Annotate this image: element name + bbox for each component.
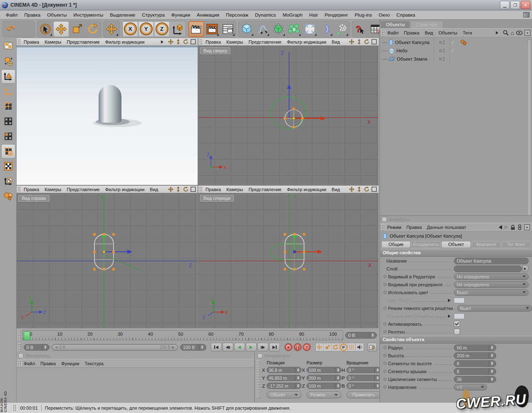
- tab-coordinates[interactable]: Координаты: [411, 241, 440, 248]
- vp-menu-display[interactable]: Представление: [67, 187, 99, 192]
- pan-view-icon[interactable]: [168, 39, 173, 44]
- render-visibility-dot[interactable]: [443, 43, 445, 44]
- front-view-canvas[interactable]: Y X Y: [198, 193, 379, 328]
- coordinates-grip[interactable]: [257, 360, 260, 398]
- polygons-mode-button[interactable]: [1, 129, 15, 143]
- window-layout-icon[interactable]: [523, 12, 530, 17]
- add-particles-button[interactable]: [334, 21, 349, 37]
- key-pla-button[interactable]: [348, 343, 356, 351]
- menu-item-functions[interactable]: Функции: [168, 12, 193, 17]
- size-y-field[interactable]: 200 m: [307, 375, 341, 381]
- undo-button[interactable]: ↶: [3, 21, 19, 37]
- play-button[interactable]: [246, 343, 257, 352]
- points-mode-button[interactable]: [1, 99, 15, 113]
- controls-grip[interactable]: [17, 343, 21, 351]
- phong-tag-icon[interactable]: [460, 39, 467, 46]
- menu-item-help[interactable]: Справка: [393, 12, 418, 17]
- edges-mode-button[interactable]: [1, 114, 15, 128]
- vp-menu-filter[interactable]: Фильтр индикации: [287, 39, 327, 44]
- attr-menu-edit[interactable]: Правка: [406, 225, 422, 230]
- viewport-grip[interactable]: [199, 39, 203, 45]
- add-modeling-button[interactable]: [286, 21, 302, 37]
- menu-overflow-icon[interactable]: [161, 40, 165, 44]
- perspective-canvas[interactable]: [17, 46, 198, 185]
- top-view-canvas[interactable]: Z X Z X Вид сверху: [198, 46, 379, 185]
- editor-visibility-dot[interactable]: [443, 49, 445, 50]
- vp-menu-cameras[interactable]: Камеры: [226, 39, 243, 44]
- menu-item-edit[interactable]: Правка: [21, 12, 44, 17]
- object-row-sky[interactable]: Небо ✓: [380, 47, 532, 55]
- activation-dot[interactable]: [439, 49, 442, 52]
- position-z-field[interactable]: -17.252 m: [267, 383, 302, 389]
- vp-menu-display[interactable]: Представление: [248, 39, 281, 44]
- vp-menu-view[interactable]: Вид: [332, 187, 340, 192]
- menu-item-render[interactable]: Рендеринг: [321, 12, 351, 17]
- menu-item-objects[interactable]: Объекты: [44, 12, 70, 17]
- layer-browse-button[interactable]: [522, 265, 529, 272]
- vp-menu-edit[interactable]: Правка: [205, 39, 221, 44]
- om-overflow-icon[interactable]: [496, 31, 500, 34]
- coordinate-system-button[interactable]: [170, 21, 186, 37]
- texture-mode-button[interactable]: [1, 159, 15, 173]
- object-row-capsule[interactable]: Объект Капсула ✓: [380, 38, 532, 47]
- rotate-tool-button[interactable]: [85, 21, 101, 37]
- play-backward-button[interactable]: [234, 343, 245, 352]
- object-axis-mode-button[interactable]: [1, 84, 15, 98]
- tab-basic[interactable]: Общие: [381, 241, 411, 248]
- maximize-view-icon[interactable]: [191, 187, 196, 192]
- wire-color-swatch[interactable]: [454, 313, 465, 319]
- enabled-check-icon[interactable]: ✓: [451, 48, 455, 54]
- next-key-button[interactable]: [257, 343, 268, 352]
- timeline-grip[interactable]: [17, 329, 21, 341]
- viewport-grip[interactable]: [17, 186, 21, 192]
- vp-menu-edit[interactable]: Правка: [24, 39, 39, 44]
- maximize-view-icon[interactable]: [371, 39, 377, 44]
- panel-checkbox[interactable]: [382, 217, 387, 222]
- pan-view-icon[interactable]: [168, 187, 173, 192]
- rotation-segments-field[interactable]: 36: [454, 376, 496, 383]
- use-world-system-button[interactable]: [1, 54, 15, 69]
- wire-color-mode-dropdown[interactable]: Выкл: [457, 305, 532, 312]
- position-y-field[interactable]: 45.853 m: [267, 375, 302, 381]
- start-frame-field[interactable]: 0 B: [24, 344, 50, 351]
- mat-menu-functions[interactable]: Функции: [61, 361, 79, 366]
- zoom-view-icon[interactable]: [176, 187, 181, 192]
- render-settings-button[interactable]: [220, 21, 236, 37]
- use-color-dropdown[interactable]: Выкл: [454, 289, 529, 296]
- tab-objects[interactable]: Объекты: [381, 21, 410, 28]
- mode-dropdown[interactable]: Объект: [267, 391, 302, 398]
- move-tool-button[interactable]: [53, 21, 69, 37]
- zoom-view-icon[interactable]: [176, 39, 181, 44]
- layer-field[interactable]: [454, 266, 522, 272]
- attr-menu-mode[interactable]: Режим: [387, 225, 401, 230]
- snap-settings-button[interactable]: [1, 189, 15, 203]
- close-button[interactable]: ✕: [521, 1, 530, 9]
- viewport-front[interactable]: Правка Камеры Представление Фильтр индик…: [198, 186, 379, 328]
- materials-empty-area[interactable]: [17, 368, 254, 401]
- rotation-h-field[interactable]: 0 °: [346, 367, 381, 373]
- om-menu-view[interactable]: Вид: [425, 30, 433, 35]
- render-region-button[interactable]: [204, 21, 220, 37]
- height-field[interactable]: 200 m: [454, 352, 496, 359]
- editor-visibility-dropdown[interactable]: Не определено: [454, 273, 529, 280]
- live-selection-button[interactable]: [37, 21, 53, 37]
- home-icon[interactable]: ⌂: [511, 30, 514, 36]
- vp-menu-cameras[interactable]: Камеры: [45, 39, 61, 44]
- size-z-field[interactable]: 100 m: [307, 383, 341, 389]
- model-mode-button[interactable]: [1, 69, 15, 84]
- redo-button[interactable]: ↷: [19, 21, 35, 37]
- height-segments-field[interactable]: 8: [454, 360, 496, 367]
- status-grip[interactable]: [12, 404, 17, 411]
- menu-item-selection[interactable]: Выделение: [106, 12, 139, 17]
- scale-tool-button[interactable]: [69, 21, 85, 37]
- vp-menu-cameras[interactable]: Камеры: [226, 187, 243, 192]
- key-parameter-button[interactable]: P: [340, 343, 348, 351]
- menu-item-file[interactable]: Файл: [2, 12, 21, 17]
- menu-item-character[interactable]: Персонаж: [223, 12, 252, 17]
- name-field[interactable]: Объект Капсула: [454, 258, 529, 264]
- key-position-button[interactable]: [316, 343, 324, 351]
- apply-button[interactable]: Применить: [346, 391, 381, 398]
- vp-menu-edit[interactable]: Правка: [205, 187, 221, 192]
- record-keyframe-button[interactable]: ●: [285, 343, 292, 351]
- prev-key-button[interactable]: [223, 343, 233, 352]
